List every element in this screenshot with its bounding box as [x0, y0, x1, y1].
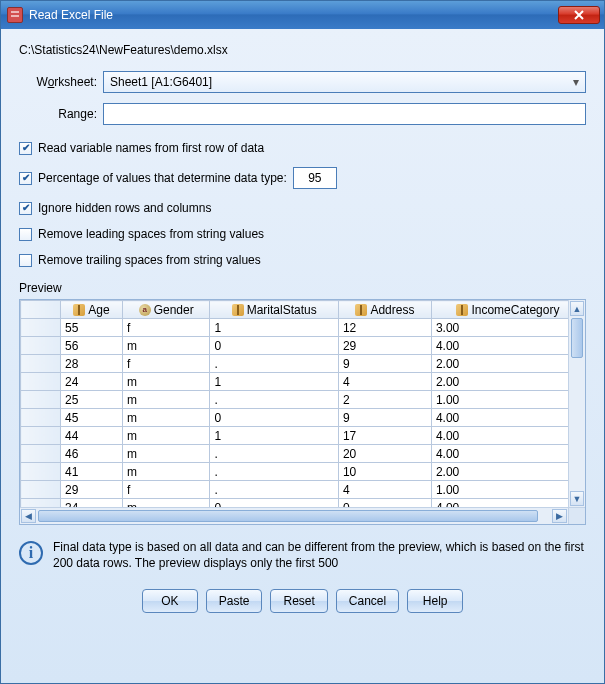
row-header[interactable]: [21, 463, 61, 481]
row-header[interactable]: [21, 337, 61, 355]
table-row[interactable]: 55f1123.00: [21, 319, 585, 337]
cell[interactable]: 3.00: [431, 319, 584, 337]
cell[interactable]: 29: [338, 337, 431, 355]
cell[interactable]: .: [210, 391, 338, 409]
column-header[interactable]: Age: [61, 301, 123, 319]
cell[interactable]: 46: [61, 445, 123, 463]
table-row[interactable]: 41m.102.00: [21, 463, 585, 481]
opt-percent[interactable]: Percentage of values that determine data…: [19, 167, 586, 189]
cell[interactable]: 45: [61, 409, 123, 427]
column-header[interactable]: IncomeCategory: [431, 301, 584, 319]
cell[interactable]: m: [122, 427, 209, 445]
scroll-thumb[interactable]: [571, 318, 583, 358]
cell[interactable]: 1.00: [431, 481, 584, 499]
cell[interactable]: 4.00: [431, 427, 584, 445]
cell[interactable]: 4.00: [431, 337, 584, 355]
scroll-down-icon[interactable]: ▼: [570, 491, 584, 506]
cell[interactable]: 24: [61, 373, 123, 391]
opt-read-var-names[interactable]: Read variable names from first row of da…: [19, 141, 586, 155]
table-row[interactable]: 29f.41.00: [21, 481, 585, 499]
cell[interactable]: 12: [338, 319, 431, 337]
row-header[interactable]: [21, 373, 61, 391]
table-row[interactable]: 28 f.92.00: [21, 355, 585, 373]
worksheet-select[interactable]: Sheet1 [A1:G6401] ▾: [103, 71, 586, 93]
scroll-left-icon[interactable]: ◀: [21, 509, 36, 523]
preview-label: Preview: [19, 281, 586, 295]
cell[interactable]: 41: [61, 463, 123, 481]
cell[interactable]: m: [122, 337, 209, 355]
cell[interactable]: 4: [338, 373, 431, 391]
worksheet-selected: Sheet1 [A1:G6401]: [110, 75, 212, 89]
ok-button[interactable]: OK: [142, 589, 198, 613]
cell[interactable]: 17: [338, 427, 431, 445]
cancel-button[interactable]: Cancel: [336, 589, 399, 613]
reset-button[interactable]: Reset: [270, 589, 327, 613]
cell[interactable]: 1: [210, 373, 338, 391]
cell[interactable]: 2.00: [431, 373, 584, 391]
cell[interactable]: .: [210, 445, 338, 463]
cell[interactable]: m: [122, 409, 209, 427]
help-button[interactable]: Help: [407, 589, 463, 613]
opt-remove-trailing[interactable]: Remove trailing spaces from string value…: [19, 253, 586, 267]
cell[interactable]: 2.00: [431, 463, 584, 481]
cell[interactable]: .: [210, 481, 338, 499]
row-header[interactable]: [21, 409, 61, 427]
horizontal-scrollbar[interactable]: ◀ ▶: [20, 507, 568, 524]
cell[interactable]: f: [122, 319, 209, 337]
paste-button[interactable]: Paste: [206, 589, 263, 613]
cell[interactable]: f: [122, 355, 209, 373]
cell[interactable]: m: [122, 373, 209, 391]
cell[interactable]: 1: [210, 319, 338, 337]
scroll-thumb[interactable]: [38, 510, 538, 522]
cell[interactable]: 4: [338, 481, 431, 499]
cell[interactable]: .: [210, 355, 338, 373]
cell[interactable]: .: [210, 463, 338, 481]
row-header[interactable]: [21, 319, 61, 337]
cell[interactable]: 0: [210, 337, 338, 355]
cell[interactable]: 1: [210, 427, 338, 445]
cell[interactable]: 55: [61, 319, 123, 337]
cell[interactable]: f: [122, 481, 209, 499]
cell[interactable]: 2.00: [431, 355, 584, 373]
cell[interactable]: 20: [338, 445, 431, 463]
cell[interactable]: 25: [61, 391, 123, 409]
cell[interactable]: 28: [61, 355, 123, 373]
table-row[interactable]: 25 m.21.00: [21, 391, 585, 409]
column-header[interactable]: Gender: [122, 301, 209, 319]
cell[interactable]: 29: [61, 481, 123, 499]
table-row[interactable]: 44m1174.00: [21, 427, 585, 445]
cell[interactable]: 56: [61, 337, 123, 355]
cell[interactable]: 0: [210, 409, 338, 427]
row-header[interactable]: [21, 481, 61, 499]
column-header[interactable]: MaritalStatus: [210, 301, 338, 319]
cell[interactable]: m: [122, 463, 209, 481]
cell[interactable]: 10: [338, 463, 431, 481]
cell[interactable]: 2: [338, 391, 431, 409]
table-row[interactable]: 56m0294.00: [21, 337, 585, 355]
table-row[interactable]: 46m.204.00: [21, 445, 585, 463]
table-row[interactable]: 45m094.00: [21, 409, 585, 427]
scroll-up-icon[interactable]: ▲: [570, 301, 584, 316]
cell[interactable]: 44: [61, 427, 123, 445]
vertical-scrollbar[interactable]: ▲ ▼: [568, 300, 585, 507]
cell[interactable]: m: [122, 391, 209, 409]
row-header[interactable]: [21, 355, 61, 373]
cell[interactable]: m: [122, 445, 209, 463]
cell[interactable]: 1.00: [431, 391, 584, 409]
cell[interactable]: 4.00: [431, 445, 584, 463]
cell[interactable]: 9: [338, 409, 431, 427]
opt-ignore-hidden[interactable]: Ignore hidden rows and columns: [19, 201, 586, 215]
row-header[interactable]: [21, 445, 61, 463]
row-header[interactable]: [21, 391, 61, 409]
opt-remove-leading[interactable]: Remove leading spaces from string values: [19, 227, 586, 241]
cell[interactable]: 4.00: [431, 409, 584, 427]
cell[interactable]: 9: [338, 355, 431, 373]
preview-table-wrap: AgeGenderMaritalStatusAddressIncomeCateg…: [19, 299, 586, 525]
row-header[interactable]: [21, 427, 61, 445]
table-row[interactable]: 24m142.00: [21, 373, 585, 391]
close-button[interactable]: [558, 6, 600, 24]
range-input[interactable]: [103, 103, 586, 125]
percent-input[interactable]: [293, 167, 337, 189]
column-header[interactable]: Address: [338, 301, 431, 319]
scroll-right-icon[interactable]: ▶: [552, 509, 567, 523]
